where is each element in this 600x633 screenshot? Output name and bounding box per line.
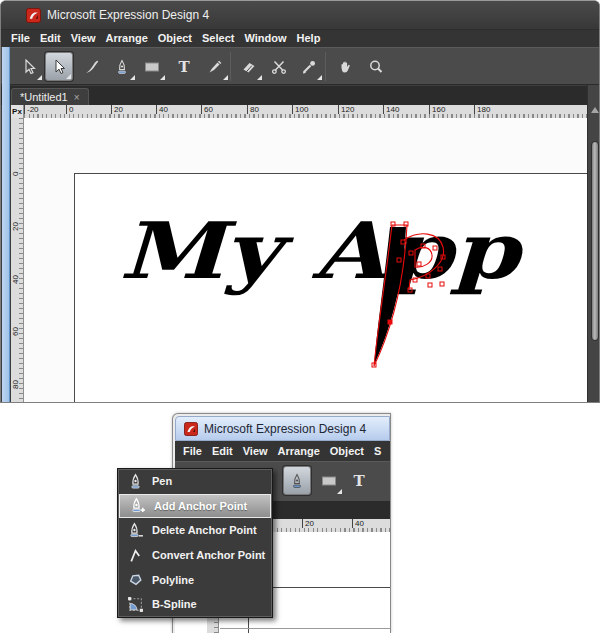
ruler-minor-ticks [19,118,23,402]
ruler-label: 40 [352,519,364,528]
svg-text:T: T [353,473,365,489]
eraser-icon [241,59,257,75]
text-tool-button[interactable]: T [345,466,373,495]
toolbar-separator [230,52,231,81]
horizontal-ruler: -20 0 20 40 60 80 100 120 140 160 180 [24,105,587,118]
magnifier-icon [368,59,384,75]
title-bar[interactable]: Microsoft Expression Design 4 [175,416,390,441]
document-canvas[interactable]: My App [24,118,587,402]
ruler-label: 40 [11,275,20,284]
direct-selection-arrow-icon [51,59,67,75]
tab-close-icon[interactable]: × [74,92,80,103]
hand-icon [337,59,353,75]
menu-window[interactable]: Window [244,30,286,47]
b-spline-icon [118,596,152,613]
rectangle-icon [144,59,160,75]
paintbrush-tool-button[interactable] [78,52,106,81]
expression-design-app-icon [184,422,198,436]
rectangle-tool-button[interactable] [315,466,343,495]
ruler-label: 0 [66,105,73,114]
logo-text: My App [119,205,524,296]
pen-tool-button[interactable] [283,466,311,495]
scrollbar-up-arrow-icon[interactable] [591,107,599,113]
scissors-tool-button[interactable] [265,52,293,81]
pen-nib-plus-icon [120,497,154,514]
menu-edit[interactable]: Edit [40,30,61,47]
text-tool-icon: T [176,59,192,75]
color-marker-tool-button[interactable] [201,52,229,81]
ruler-label: 20 [111,105,123,114]
scissors-icon [271,59,287,75]
selection-tool-button[interactable] [15,52,43,81]
ruler-label: 180 [474,105,490,114]
menu-arrange[interactable]: Arrange [106,30,148,47]
paintbrush-icon [84,59,100,75]
rectangle-icon [321,473,337,489]
ruler-label: 60 [201,105,213,114]
ruler-label: 40 [156,105,168,114]
flyout-item-b-spline[interactable]: B-Spline [118,592,272,617]
ruler-label: 0 [11,172,20,176]
window-title: Microsoft Expression Design 4 [204,422,366,436]
ruler-label: 80 [11,380,20,389]
window-title: Microsoft Expression Design 4 [47,8,209,22]
title-bar[interactable]: Microsoft Expression Design 4 [1,1,599,30]
eyedropper-tool-button[interactable] [295,52,323,81]
ruler-label: 20 [302,519,314,528]
pen-nib-icon [118,473,152,490]
pen-nib-icon [289,473,305,489]
toolbar-separator [325,52,326,81]
flyout-item-add-anchor-point[interactable]: Add Anchor Point [119,494,271,519]
ruler-label: 60 [11,327,20,336]
convert-angle-icon [118,547,152,564]
text-tool-icon: T [351,473,367,489]
text-tool-button[interactable]: T [170,52,198,81]
menu-bar: File Edit View Arrange Object Select Win… [1,30,599,47]
canvas-artwork[interactable]: My App [24,118,587,402]
vertical-scrollbar[interactable] [587,85,600,402]
ruler-label: 20 [11,222,20,231]
flyout-item-label: Convert Anchor Point [152,549,265,561]
eyedropper-icon [301,59,317,75]
ruler-label: 80 [247,105,259,114]
document-tab-untitled1[interactable]: *Untitled1 × [11,88,89,105]
menu-file[interactable]: File [11,30,30,47]
svg-text:T: T [178,59,190,75]
rectangle-tool-button[interactable] [138,52,166,81]
menu-bar: File Edit View Arrange Object S [175,441,390,461]
expression-design-window-main: Microsoft Expression Design 4 File Edit … [0,0,600,403]
horizontal-ruler-row: Px -20 0 20 40 60 80 100 120 140 160 180 [11,105,587,118]
menu-file[interactable]: File [183,443,202,460]
ruler-label: 160 [429,105,445,114]
expression-design-app-icon [26,8,41,23]
pen-tool-button[interactable] [108,52,136,81]
scrollbar-thumb[interactable] [591,141,599,341]
flyout-item-delete-anchor-point[interactable]: Delete Anchor Point [118,518,272,543]
menu-object[interactable]: Object [158,30,192,47]
menu-help[interactable]: Help [297,30,321,47]
menu-select-clipped[interactable]: S [374,443,381,460]
menu-edit[interactable]: Edit [212,443,233,460]
eraser-tool-button[interactable] [235,52,263,81]
menu-view[interactable]: View [243,443,268,460]
zoom-tool-button[interactable] [362,52,390,81]
ruler-label: -20 [24,105,39,114]
artboard-guide-line [220,628,390,629]
menu-arrange[interactable]: Arrange [278,443,320,460]
pan-tool-button[interactable] [331,52,359,81]
pen-nib-icon [114,59,130,75]
direct-selection-tool-button[interactable] [45,52,73,81]
flyout-item-pen[interactable]: Pen [118,469,272,494]
window-edge-strip [2,47,10,402]
menu-view[interactable]: View [71,30,96,47]
menu-object[interactable]: Object [330,443,364,460]
tab-label: *Untitled1 [20,91,68,103]
flyout-item-convert-anchor-point[interactable]: Convert Anchor Point [118,543,272,568]
menu-select[interactable]: Select [202,30,234,47]
flyout-item-label: Add Anchor Point [154,500,247,512]
document-tab-bar: *Untitled1 × ▼ [1,86,599,105]
pen-tool-flyout-menu: Pen Add Anchor Point Delete Anchor Point [117,468,273,618]
selection-arrow-icon [21,59,37,75]
ruler-unit-label[interactable]: Px [11,105,24,118]
flyout-item-polyline[interactable]: Polyline [118,567,272,592]
